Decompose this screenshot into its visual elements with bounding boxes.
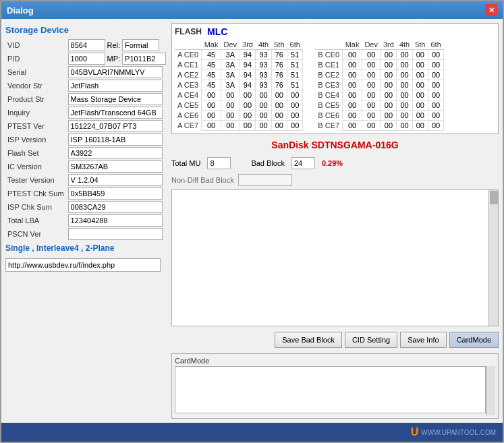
flash-cell-value: 00 (397, 121, 412, 131)
flash-section: FLASH MLC Mak Dev 3rd 4th (171, 23, 499, 134)
flash-cell-label: A CE2 (175, 70, 202, 80)
flash-tables: Mak Dev 3rd 4th 5th 6th A CE0453A9493765… (175, 40, 495, 131)
vid-row: VID Rel: (5, 38, 168, 52)
isp-ver-input[interactable] (68, 134, 163, 146)
pid-input[interactable] (68, 53, 105, 65)
flash-row: A CE6000000000000 (175, 111, 303, 121)
total-mu-input[interactable] (207, 157, 231, 169)
isp-chk-row: ISP Chk Sum (5, 200, 168, 214)
log-scrollbar-thumb[interactable] (490, 191, 498, 204)
flash-cell-value: 94 (240, 70, 256, 80)
close-button[interactable]: ✕ (485, 4, 497, 16)
non-diff-input[interactable] (238, 174, 292, 186)
flash-cell-value: 00 (397, 70, 412, 80)
serial-label: Serial (5, 65, 66, 79)
total-lba-input[interactable] (68, 214, 163, 227)
flash-cell-value: 00 (381, 80, 397, 90)
save-bad-block-button[interactable]: Save Bad Block (275, 332, 342, 348)
flash-cell-value: 00 (221, 90, 240, 100)
flash-cell-value: 00 (343, 100, 362, 111)
flash-cell-value: 51 (287, 50, 303, 60)
flash-cell-value: 00 (428, 60, 443, 70)
vendor-input[interactable] (68, 80, 163, 92)
tester-row: Tester Version (5, 173, 168, 187)
vendor-label: Vendor Str (5, 79, 66, 92)
flash-cell-value: 00 (362, 111, 381, 121)
card-mode-textarea[interactable] (175, 366, 486, 413)
flash-cell-label: B CE1 (315, 60, 342, 70)
flash-cell-value: 94 (240, 60, 256, 70)
flash-cell-label: B CE4 (315, 90, 342, 100)
flash-row: A CE1453A94937651 (175, 60, 303, 70)
flash-cell-value: 00 (343, 90, 362, 100)
flash-set-input[interactable] (68, 147, 163, 159)
cid-setting-button[interactable]: CID Setting (345, 332, 397, 348)
flash-cell-value: 00 (362, 121, 381, 131)
url-input[interactable] (5, 258, 161, 272)
flash-row: A CE0453A94937651 (175, 50, 303, 60)
flash-cell-value: 00 (343, 121, 362, 131)
serial-input[interactable] (68, 66, 163, 78)
flash-row: B CE7000000000000 (315, 121, 443, 131)
card-mode-scrollbar[interactable] (486, 366, 495, 415)
flash-cell-value: 51 (287, 60, 303, 70)
ptest-chk-label: PTEST Chk Sum (5, 187, 66, 200)
vid-label: VID (5, 38, 66, 52)
flash-cell-value: 00 (221, 111, 240, 121)
pid-label: PID (5, 52, 66, 65)
ptest-input[interactable] (68, 120, 163, 132)
bad-block-input[interactable] (291, 157, 315, 169)
flash-cell-label: A CE5 (175, 100, 202, 111)
flash-cell-value: 00 (287, 90, 303, 100)
flash-cell-value: 00 (343, 50, 362, 60)
card-mode-label: CardMode (175, 357, 495, 365)
tester-input[interactable] (68, 174, 163, 186)
info-table: VID Rel: PID MP: Serial (5, 38, 168, 241)
flash-cell-value: 00 (362, 50, 381, 60)
flash-cell-value: 00 (428, 90, 443, 100)
flash-cell-label: A CE7 (175, 121, 202, 131)
inquiry-input[interactable] (68, 107, 163, 119)
flash-cell-value: 3A (221, 80, 240, 90)
flash-row: B CE5000000000000 (315, 100, 443, 111)
vid-input[interactable] (68, 39, 105, 51)
rel-input[interactable] (122, 39, 159, 51)
flash-cell-value: 93 (256, 70, 271, 80)
pscn-input[interactable] (68, 228, 163, 240)
save-info-button[interactable]: Save Info (400, 332, 446, 348)
flash-cell-value: 00 (202, 121, 221, 131)
watermark-text: WWW.UPANTOOL.COM (421, 429, 496, 436)
mp-input[interactable] (122, 53, 166, 65)
isp-chk-input[interactable] (68, 201, 163, 213)
col-dev-a: Dev (221, 40, 240, 50)
product-input[interactable] (68, 93, 163, 105)
card-mode-section: CardMode (171, 353, 499, 419)
flash-cell-value: 00 (287, 100, 303, 111)
flash-cell-value: 00 (381, 60, 397, 70)
flash-cell-value: 00 (240, 90, 256, 100)
log-area[interactable] (171, 189, 499, 326)
product-label: Product Str (5, 92, 66, 106)
flash-cell-value: 00 (202, 111, 221, 121)
flash-row: B CE0000000000000 (315, 50, 443, 60)
col-4th-b: 4th (397, 40, 412, 50)
flash-cell-label: A CE6 (175, 111, 202, 121)
ic-ver-input[interactable] (68, 160, 163, 173)
log-scrollbar[interactable] (488, 190, 498, 326)
flash-cell-value: 3A (221, 50, 240, 60)
ptest-chk-input[interactable] (68, 187, 163, 200)
flash-cell-value: 00 (240, 100, 256, 111)
interleave-label: Single , Interleave4 , 2-Plane (5, 242, 167, 254)
total-lba-row: Total LBA (5, 214, 168, 227)
bad-block-pct: 0.29% (322, 159, 343, 167)
flash-cell-value: 00 (412, 90, 428, 100)
flash-cell-value: 45 (202, 50, 221, 60)
flash-row: A CE2453A94937651 (175, 70, 303, 80)
flash-cell-value: 00 (412, 50, 428, 60)
flash-cell-value: 00 (271, 100, 287, 111)
flash-cell-value: 00 (412, 70, 428, 80)
flash-cell-value: 00 (428, 100, 443, 111)
card-mode-button[interactable]: CardMode (449, 332, 499, 348)
flash-cell-value: 00 (428, 111, 443, 121)
flash-cell-label: B CE0 (315, 50, 342, 60)
